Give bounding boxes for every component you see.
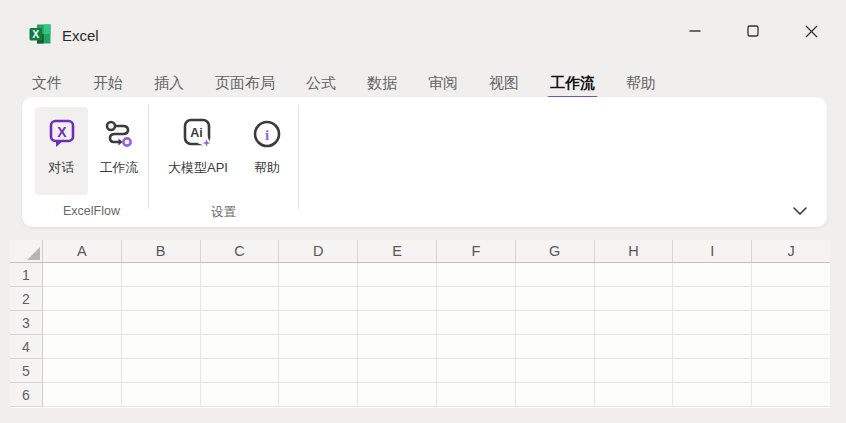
- cell[interactable]: [437, 335, 516, 359]
- cell[interactable]: [43, 335, 122, 359]
- cell[interactable]: [752, 359, 830, 383]
- cell[interactable]: [437, 359, 516, 383]
- cell[interactable]: [279, 263, 358, 287]
- cell[interactable]: [43, 287, 122, 311]
- row-header-4[interactable]: 4: [10, 335, 43, 359]
- tab-workflow[interactable]: 工作流: [550, 74, 595, 93]
- cell[interactable]: [201, 263, 280, 287]
- column-header-i[interactable]: I: [673, 240, 752, 262]
- cell[interactable]: [279, 335, 358, 359]
- svg-text:Ai: Ai: [190, 126, 203, 140]
- cell[interactable]: [752, 287, 830, 311]
- cell[interactable]: [437, 311, 516, 335]
- cell[interactable]: [516, 287, 595, 311]
- cell[interactable]: [595, 383, 674, 407]
- column-header-d[interactable]: D: [279, 240, 358, 262]
- cell[interactable]: [595, 287, 674, 311]
- tab-data[interactable]: 数据: [367, 74, 397, 93]
- cell[interactable]: [122, 263, 201, 287]
- group-label-settings: 设置: [149, 204, 298, 221]
- column-header-a[interactable]: A: [43, 240, 122, 262]
- select-all-triangle-icon: [27, 247, 40, 260]
- cell[interactable]: [358, 263, 437, 287]
- tab-help[interactable]: 帮助: [626, 74, 656, 93]
- select-all-corner[interactable]: [10, 240, 43, 262]
- cell[interactable]: [122, 287, 201, 311]
- cell[interactable]: [358, 287, 437, 311]
- cell[interactable]: [201, 311, 280, 335]
- row-header-2[interactable]: 2: [10, 287, 43, 311]
- cell[interactable]: [752, 311, 830, 335]
- cell[interactable]: [122, 359, 201, 383]
- row-header-3[interactable]: 3: [10, 311, 43, 335]
- cell[interactable]: [122, 335, 201, 359]
- cell[interactable]: [437, 287, 516, 311]
- cell[interactable]: [201, 383, 280, 407]
- cell[interactable]: [516, 263, 595, 287]
- cell[interactable]: [122, 311, 201, 335]
- help-button[interactable]: i 帮助: [242, 107, 292, 195]
- column-header-c[interactable]: C: [201, 240, 280, 262]
- column-header-e[interactable]: E: [358, 240, 437, 262]
- cell[interactable]: [595, 335, 674, 359]
- workflow-button[interactable]: 工作流: [90, 107, 148, 195]
- cell[interactable]: [595, 359, 674, 383]
- row-header-1[interactable]: 1: [10, 263, 43, 287]
- cell[interactable]: [279, 311, 358, 335]
- minimize-button[interactable]: [666, 6, 724, 56]
- cell[interactable]: [516, 359, 595, 383]
- cell[interactable]: [673, 287, 752, 311]
- cell[interactable]: [595, 263, 674, 287]
- chat-button[interactable]: X 对话: [35, 107, 88, 195]
- cell[interactable]: [43, 359, 122, 383]
- tab-review[interactable]: 审阅: [428, 74, 458, 93]
- cell[interactable]: [43, 383, 122, 407]
- cell[interactable]: [122, 383, 201, 407]
- cell[interactable]: [673, 383, 752, 407]
- llm-api-button[interactable]: Ai 大模型API: [160, 107, 236, 195]
- maximize-button[interactable]: [724, 6, 782, 56]
- column-header-h[interactable]: H: [595, 240, 674, 262]
- cell[interactable]: [201, 359, 280, 383]
- cell[interactable]: [673, 335, 752, 359]
- cell[interactable]: [437, 383, 516, 407]
- close-button[interactable]: [782, 6, 840, 56]
- cell[interactable]: [752, 335, 830, 359]
- cell[interactable]: [201, 287, 280, 311]
- column-header-g[interactable]: G: [516, 240, 595, 262]
- cell[interactable]: [437, 263, 516, 287]
- cell[interactable]: [516, 311, 595, 335]
- row-header-6[interactable]: 6: [10, 383, 43, 407]
- cell[interactable]: [673, 311, 752, 335]
- cell[interactable]: [516, 335, 595, 359]
- cell[interactable]: [752, 383, 830, 407]
- tab-page-layout[interactable]: 页面布局: [215, 74, 275, 93]
- cell[interactable]: [673, 263, 752, 287]
- svg-text:i: i: [265, 127, 269, 143]
- cell[interactable]: [752, 263, 830, 287]
- cell[interactable]: [516, 383, 595, 407]
- collapse-ribbon-button[interactable]: [787, 201, 813, 219]
- cell[interactable]: [358, 359, 437, 383]
- tab-home[interactable]: 开始: [93, 74, 123, 93]
- cell[interactable]: [43, 263, 122, 287]
- ai-sparkle-icon: Ai: [181, 111, 215, 157]
- cell[interactable]: [595, 311, 674, 335]
- row-header-5[interactable]: 5: [10, 359, 43, 383]
- cell[interactable]: [358, 383, 437, 407]
- cell[interactable]: [358, 335, 437, 359]
- cell[interactable]: [279, 359, 358, 383]
- cell[interactable]: [673, 359, 752, 383]
- column-header-f[interactable]: F: [437, 240, 516, 262]
- tab-formulas[interactable]: 公式: [306, 74, 336, 93]
- cell[interactable]: [279, 287, 358, 311]
- cell[interactable]: [43, 311, 122, 335]
- cell[interactable]: [358, 311, 437, 335]
- cell[interactable]: [201, 335, 280, 359]
- tab-view[interactable]: 视图: [489, 74, 519, 93]
- tab-insert[interactable]: 插入: [154, 74, 184, 93]
- column-header-j[interactable]: J: [752, 240, 830, 262]
- cell[interactable]: [279, 383, 358, 407]
- tab-file[interactable]: 文件: [32, 74, 62, 93]
- column-header-b[interactable]: B: [122, 240, 201, 262]
